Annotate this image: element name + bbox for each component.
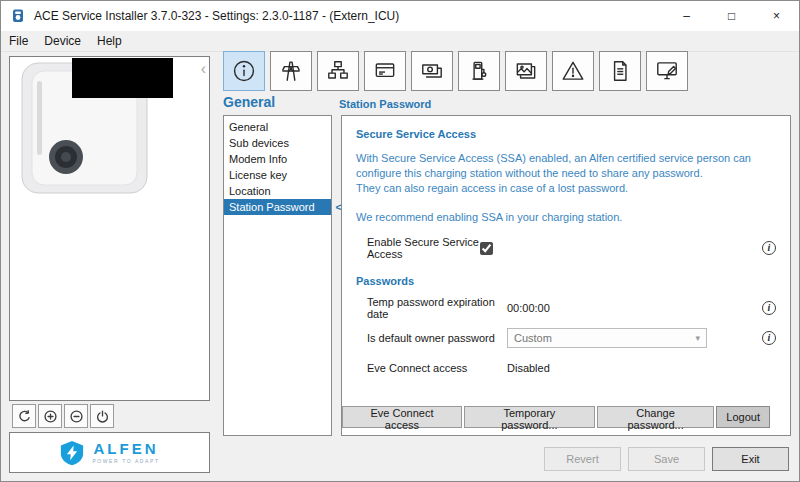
enable-ssa-row: Enable Secure Service Access: [356, 238, 776, 258]
subnav-item-general[interactable]: General: [224, 119, 331, 135]
zoom-in-button[interactable]: [38, 404, 62, 428]
page-title: General: [223, 94, 275, 110]
device-controls: [12, 404, 114, 428]
ssa-description-line: configure this charging station without …: [356, 166, 776, 181]
subnav-item-modem-info[interactable]: Modem Info: [224, 151, 331, 167]
toolbar-button-general-info[interactable]: [223, 51, 265, 91]
plus-circle-icon: [43, 409, 58, 424]
document-icon: [607, 58, 633, 84]
subnav-item-location[interactable]: Location: [224, 183, 331, 199]
info-icon[interactable]: [762, 331, 776, 345]
menu-device[interactable]: Device: [36, 32, 89, 50]
card-display-icon: [372, 58, 398, 84]
collapse-panel-chevron-icon[interactable]: ‹: [201, 61, 206, 77]
logo-brand-text: ALFEN: [93, 441, 158, 456]
temp-password-row: Temp password expiration date 00:00:00: [356, 295, 776, 321]
enable-ssa-checkbox[interactable]: [480, 242, 493, 255]
redaction-box: [72, 58, 173, 98]
logout-button[interactable]: Logout: [716, 406, 770, 428]
settings-toolbar: [223, 51, 688, 91]
maximize-button[interactable]: □: [709, 1, 754, 31]
minus-circle-icon: [69, 409, 84, 424]
device-photo-panel: ‹: [9, 56, 210, 401]
refresh-button[interactable]: [12, 404, 36, 428]
menu-help[interactable]: Help: [89, 32, 130, 50]
subnav-item-label: Station Password: [229, 201, 315, 213]
chevron-down-icon: ▾: [695, 333, 700, 343]
app-window: ACE Service Installer 3.7.0-323 - Settin…: [0, 0, 800, 482]
power-pylon-icon: [278, 58, 304, 84]
owner-password-select[interactable]: Custom ▾: [507, 328, 707, 348]
exit-button[interactable]: Exit: [712, 447, 789, 471]
ssa-description-line: They can also regain access in case of a…: [356, 181, 776, 196]
app-icon: [10, 8, 26, 24]
info-icon[interactable]: [762, 301, 776, 315]
toolbar-button-sub-devices[interactable]: [317, 51, 359, 91]
station-password-panel: Secure Service Access With Secure Servic…: [341, 115, 791, 436]
enable-ssa-label: Enable Secure Service Access: [367, 236, 480, 260]
temporary-password-button[interactable]: Temporary password...: [464, 406, 595, 428]
owner-password-row: Is default owner password Custom ▾: [356, 325, 776, 351]
pictures-icon: [513, 58, 539, 84]
minimize-button[interactable]: –: [664, 1, 709, 31]
toolbar-button-payment[interactable]: [411, 51, 453, 91]
change-password-button[interactable]: Change password...: [597, 406, 715, 428]
logo-tagline-text: POWER TO ADAPT: [92, 458, 159, 464]
ssa-recommendation-text: We recommend enabling SSA in your chargi…: [356, 210, 776, 225]
subnav-list: General Sub devices Modem Info License k…: [223, 115, 332, 436]
save-button[interactable]: Save: [628, 447, 705, 471]
charging-station-icon: [466, 58, 492, 84]
ssa-section-heading: Secure Service Access: [356, 128, 776, 140]
alfen-shield-icon: [59, 439, 85, 467]
menu-file[interactable]: File: [1, 32, 36, 50]
alfen-logo: ALFEN POWER TO ADAPT: [9, 432, 210, 473]
subnav-item-station-password[interactable]: Station Password <: [224, 199, 331, 215]
subnav-item-license-key[interactable]: License key: [224, 167, 331, 183]
zoom-out-button[interactable]: [64, 404, 88, 428]
subpage-title: Station Password: [339, 98, 431, 110]
ssa-description-line: With Secure Service Access (SSA) enabled…: [356, 151, 776, 166]
window-title: ACE Service Installer 3.7.0-323 - Settin…: [34, 9, 399, 23]
password-actions: Eve Connect access Temporary password...…: [342, 406, 770, 428]
toolbar-button-display-card[interactable]: [364, 51, 406, 91]
network-devices-icon: [325, 58, 351, 84]
owner-password-label: Is default owner password: [367, 332, 507, 344]
toolbar-button-logs[interactable]: [599, 51, 641, 91]
refresh-icon: [17, 409, 32, 424]
monitor-edit-icon: [654, 58, 680, 84]
power-button[interactable]: [90, 404, 114, 428]
close-button[interactable]: ×: [754, 1, 799, 31]
eve-connect-row: Eve Connect access Disabled: [356, 355, 776, 381]
owner-password-selected-value: Custom: [514, 332, 552, 344]
footer-actions: Revert Save Exit: [544, 447, 789, 471]
title-bar: ACE Service Installer 3.7.0-323 - Settin…: [1, 1, 799, 31]
charging-station-image: [10, 57, 202, 202]
power-icon: [95, 409, 110, 424]
menu-bar: File Device Help: [1, 31, 799, 52]
temp-password-value: 00:00:00: [507, 302, 550, 314]
revert-button[interactable]: Revert: [544, 447, 621, 471]
passwords-section-heading: Passwords: [356, 275, 776, 287]
info-icon[interactable]: [762, 241, 776, 255]
temp-password-label: Temp password expiration date: [367, 296, 507, 320]
toolbar-button-remote-screen[interactable]: [646, 51, 688, 91]
warning-triangle-icon: [560, 58, 586, 84]
eve-connect-label: Eve Connect access: [367, 362, 507, 374]
toolbar-button-energy-grid[interactable]: [270, 51, 312, 91]
toolbar-button-charging-socket[interactable]: [458, 51, 500, 91]
eve-connect-access-button[interactable]: Eve Connect access: [342, 406, 462, 428]
info-icon: [231, 58, 257, 84]
subnav-item-sub-devices[interactable]: Sub devices: [224, 135, 331, 151]
toolbar-button-images[interactable]: [505, 51, 547, 91]
toolbar-button-warnings[interactable]: [552, 51, 594, 91]
eve-connect-value: Disabled: [507, 362, 550, 374]
banknotes-icon: [419, 58, 445, 84]
